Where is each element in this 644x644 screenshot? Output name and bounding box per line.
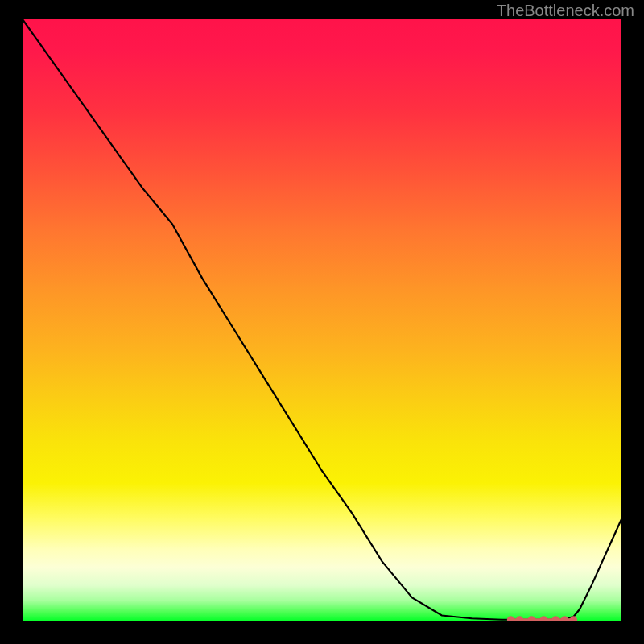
markers-group — [507, 616, 577, 621]
curve-line — [23, 19, 621, 620]
watermark-text: TheBottleneck.com — [497, 2, 634, 20]
plot-area — [23, 19, 621, 621]
data-marker — [561, 616, 568, 621]
data-marker — [507, 616, 514, 621]
data-marker — [528, 616, 535, 621]
data-marker — [552, 616, 559, 621]
data-marker — [540, 616, 547, 621]
chart-svg — [23, 19, 621, 621]
chart-container: TheBottleneck.com — [0, 0, 644, 644]
data-marker — [516, 616, 523, 621]
